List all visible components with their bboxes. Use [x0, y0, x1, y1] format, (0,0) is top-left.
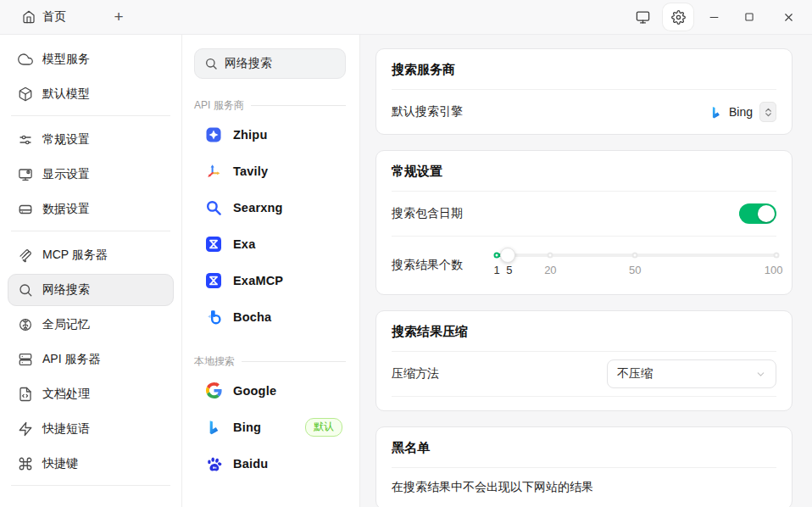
close-button[interactable]: [773, 3, 804, 31]
new-tab-button[interactable]: +: [107, 5, 131, 29]
minimize-button[interactable]: [698, 3, 729, 31]
slider-track[interactable]: [497, 254, 776, 257]
sidebar-item-document-processing[interactable]: 文档处理: [8, 378, 174, 410]
provider-name: Baidu: [233, 457, 268, 471]
sidebar-item-general-settings[interactable]: 常规设置: [8, 124, 174, 156]
default-badge: 默认: [305, 418, 342, 437]
window-controls: [627, 3, 804, 31]
sidebar-item-web-search[interactable]: 网络搜索: [8, 274, 174, 306]
row-label: 搜索结果个数: [392, 258, 463, 273]
provider-name: ExaMCP: [233, 274, 283, 287]
maximize-icon: [743, 11, 755, 23]
sidebar-item-label: 模型服务: [42, 52, 90, 67]
sidebar-item-display-settings[interactable]: 显示设置: [8, 159, 174, 191]
result-count-slider[interactable]: 1 5 20 50 100: [497, 252, 776, 279]
sidebar-item-default-models[interactable]: 默认模型: [8, 78, 174, 110]
settings-sidebar: 模型服务 默认模型 常规设置 显示设置: [0, 35, 182, 507]
slider-label: 100: [765, 264, 783, 276]
maximize-button[interactable]: [734, 3, 765, 31]
package-icon: [18, 86, 33, 102]
slider-mark-dot-100[interactable]: [774, 253, 780, 259]
card-result-compression: 搜索结果压缩 压缩方法 不压缩: [375, 310, 793, 411]
sidebar-item-label: 常规设置: [42, 132, 90, 148]
card-title: 搜索服务商: [392, 49, 776, 89]
memory-icon: [18, 317, 33, 332]
settings-button[interactable]: [663, 3, 693, 31]
provider-item-bing[interactable]: Bing 默认: [194, 409, 346, 445]
provider-name: Google: [233, 384, 276, 398]
sidebar-item-label: API 服务器: [42, 352, 100, 367]
baidu-logo: [205, 455, 222, 472]
monitor-icon: [636, 10, 650, 25]
provider-item-examcp[interactable]: ExaMCP: [194, 262, 346, 298]
server-icon: [18, 352, 33, 367]
display-mode-button[interactable]: [627, 3, 658, 31]
provider-item-searxng[interactable]: Searxng: [194, 189, 346, 226]
slider-mark-dot-50[interactable]: [632, 253, 638, 259]
row-default-engine: 默认搜索引擎 Bing: [392, 90, 776, 134]
provider-name: Bing: [233, 421, 261, 434]
sidebar-divider: [11, 485, 170, 486]
google-logo: [205, 382, 222, 399]
slider-label: 1: [493, 264, 499, 276]
sidebar-divider: [11, 231, 170, 231]
slider-thumb[interactable]: [500, 248, 515, 263]
sidebar-item-label: 默认模型: [42, 86, 90, 102]
display-gear-icon: [18, 167, 33, 182]
row-result-count: 搜索结果个数 1 5 20: [392, 237, 776, 294]
provider-search-box[interactable]: [194, 48, 346, 79]
sidebar-item-label: 文档处理: [42, 387, 90, 402]
sidebar-item-api-server[interactable]: API 服务器: [8, 343, 174, 376]
gear-icon: [671, 10, 686, 25]
provider-item-google[interactable]: Google: [194, 372, 346, 409]
default-engine-select[interactable]: Bing: [709, 102, 776, 122]
exa-logo: [205, 236, 222, 253]
searxng-logo: [205, 199, 222, 216]
provider-name: Searxng: [233, 201, 283, 214]
include-dates-toggle[interactable]: [739, 203, 776, 224]
sidebar-divider: [11, 115, 170, 116]
provider-search-input[interactable]: [225, 57, 336, 70]
close-icon: [782, 11, 795, 24]
web-search-settings: 搜索服务商 默认搜索引擎 Bing: [360, 35, 812, 507]
slider-mark-dot-20[interactable]: [548, 253, 553, 259]
cloud-icon: [18, 52, 33, 67]
titlebar: 首页 +: [0, 0, 812, 35]
provider-item-bocha[interactable]: Bocha: [194, 298, 346, 335]
row-label: 搜索包含日期: [392, 206, 463, 221]
sidebar-item-data-settings[interactable]: 数据设置: [8, 193, 174, 226]
tab-home[interactable]: 首页: [22, 9, 66, 25]
slider-mark-dot-1[interactable]: [494, 253, 500, 259]
zap-icon: [18, 421, 33, 437]
sidebar-item-label: 数据设置: [42, 202, 90, 217]
provider-item-baidu[interactable]: Baidu: [194, 445, 346, 482]
card-search-provider: 搜索服务商 默认搜索引擎 Bing: [375, 48, 793, 135]
provider-group-label-local: 本地搜索: [194, 354, 346, 369]
mcp-icon: [18, 248, 33, 263]
provider-group-label-api: API 服务商: [194, 98, 346, 113]
card-blacklist: 黑名单 在搜索结果中不会出现以下网站的结果: [375, 426, 793, 507]
sidebar-item-label: 全局记忆: [42, 317, 90, 332]
compression-method-select[interactable]: 不压缩: [607, 359, 776, 388]
exa-logo: [205, 272, 222, 289]
data-drive-icon: [18, 202, 33, 217]
card-bottom-spacer: [392, 397, 776, 410]
slider-label: 20: [544, 264, 556, 276]
provider-item-zhipu[interactable]: Zhipu: [194, 116, 346, 153]
sidebar-item-label: 网络搜索: [42, 282, 90, 298]
provider-name: Exa: [233, 237, 255, 251]
provider-item-exa[interactable]: Exa: [194, 226, 346, 262]
sidebar-item-shortcuts[interactable]: 快捷键: [8, 448, 174, 480]
chevron-up-down-icon[interactable]: [759, 102, 776, 122]
sidebar-item-label: 快捷短语: [42, 421, 90, 437]
sidebar-item-mcp-servers[interactable]: MCP 服务器: [8, 239, 174, 271]
select-value: 不压缩: [617, 366, 653, 382]
sidebar-item-model-services[interactable]: 模型服务: [8, 43, 174, 75]
search-icon: [18, 282, 33, 298]
chevron-down-icon: [755, 369, 766, 380]
sidebar-item-quick-phrases[interactable]: 快捷短语: [8, 413, 174, 445]
sidebar-item-global-memory[interactable]: 全局记忆: [8, 309, 174, 341]
sidebar-item-label: MCP 服务器: [42, 248, 108, 263]
provider-item-tavily[interactable]: Tavily: [194, 153, 346, 189]
engine-value: Bing: [729, 105, 753, 119]
